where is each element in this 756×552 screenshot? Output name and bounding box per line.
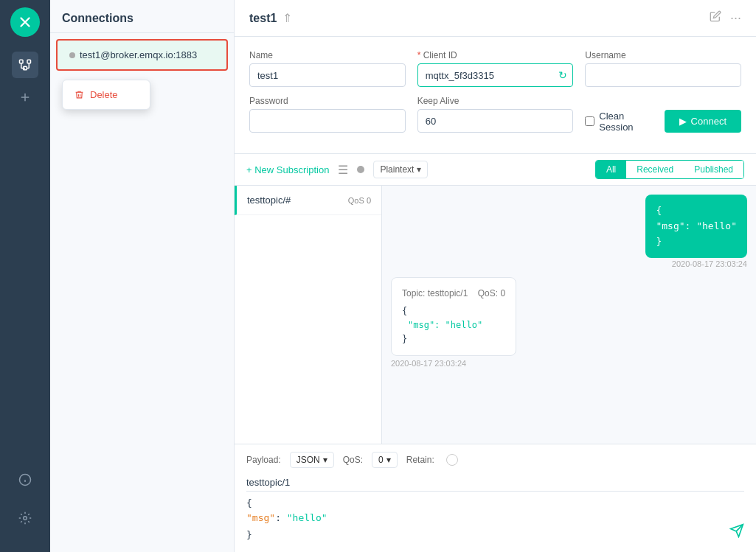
publish-body: { "msg": "hello" }	[246, 496, 744, 545]
keepalive-input[interactable]	[417, 109, 574, 133]
top-bar-icons: ···	[710, 10, 741, 26]
received-message: Topic: testtopic/1 QoS: 0 { "msg": "hell…	[391, 277, 516, 356]
password-label: Password	[249, 96, 406, 106]
sidebar-item-settings[interactable]	[12, 505, 38, 531]
sidebar	[0, 0, 50, 552]
left-panel: Connections test1@broker.emqx.io:1883 De…	[50, 0, 235, 552]
chevron-down-icon: ▾	[417, 164, 421, 175]
chevron-down-icon: ▾	[323, 455, 327, 465]
publish-area: Payload: JSON ▾ QoS: 0 ▾ Retain: { "msg"…	[235, 444, 756, 552]
name-input[interactable]	[249, 63, 406, 87]
received-body: { "msg": "hello" }	[402, 304, 505, 347]
payload-label: Payload:	[246, 455, 281, 465]
connection-status-dot	[69, 52, 75, 58]
top-bar-left: test1 ⇑	[249, 11, 292, 25]
clean-session-checkbox[interactable]	[585, 116, 594, 126]
messages-split: testtopic/# QoS 0 { "msg": "hello" } 20	[235, 186, 756, 444]
tab-all[interactable]: All	[596, 161, 626, 178]
connect-play-icon: ▶	[679, 116, 687, 127]
svg-point-12	[24, 517, 27, 520]
username-label: Username	[585, 50, 741, 60]
client-id-input-wrapper: ↻	[417, 63, 574, 87]
connections-header: Connections	[50, 0, 234, 33]
qos-label: QoS:	[343, 455, 363, 465]
client-id-field-group: Client ID ↻	[417, 50, 574, 87]
more-icon[interactable]: ···	[730, 10, 741, 26]
subscription-item[interactable]: testtopic/# QoS 0	[235, 186, 381, 215]
connections-title: Connections	[62, 12, 133, 24]
clean-session-checkbox-group: Clean Session	[585, 111, 655, 133]
name-label: Name	[249, 50, 406, 60]
new-subscription-button[interactable]: + New Subscription	[246, 164, 329, 175]
sidebar-item-info[interactable]	[12, 467, 38, 493]
retain-toggle[interactable]	[446, 454, 458, 466]
publish-topic-input[interactable]	[246, 474, 744, 492]
context-menu: Delete	[62, 80, 150, 110]
main-area: test1 ⇑ ··· Name Client ID ↻	[235, 0, 756, 552]
connection-status-indicator	[357, 166, 364, 173]
list-icon[interactable]: ☰	[338, 163, 348, 177]
message-filter-tabs: All Received Published	[595, 160, 744, 179]
chevron-down-icon: ▾	[386, 455, 391, 465]
top-bar: test1 ⇑ ···	[235, 0, 756, 37]
delete-menu-item[interactable]: Delete	[63, 83, 150, 106]
edit-icon[interactable]	[710, 10, 721, 26]
messages-panel: { "msg": "hello" } 2020-08-17 23:03:24 T…	[382, 186, 756, 444]
refresh-icon[interactable]: ↻	[558, 69, 567, 81]
collapse-icon[interactable]: ⇑	[282, 11, 292, 25]
published-body: { "msg": "hello" }	[656, 203, 737, 249]
sidebar-item-add[interactable]	[12, 84, 38, 111]
qos-select[interactable]: 0 ▾	[372, 452, 398, 468]
message-toolbar: + New Subscription ☰ Plaintext ▾ All Rec…	[235, 154, 756, 186]
page-title: test1	[249, 12, 277, 25]
received-topic: Topic: testtopic/1 QoS: 0	[402, 287, 505, 301]
format-select[interactable]: Plaintext ▾	[373, 161, 428, 178]
published-message: { "msg": "hello" }	[645, 195, 747, 258]
connection-item-name: test1@broker.emqx.io:1883	[69, 49, 215, 60]
svg-rect-0	[20, 60, 24, 63]
retain-label: Retain:	[406, 455, 434, 465]
password-input[interactable]	[249, 109, 406, 133]
svg-rect-1	[27, 60, 31, 63]
send-button[interactable]	[729, 523, 744, 545]
received-timestamp: 2020-08-17 23:03:24	[391, 359, 466, 368]
keepalive-label: Keep Alive	[417, 96, 574, 106]
tab-received[interactable]: Received	[626, 161, 684, 178]
sidebar-item-connections[interactable]	[12, 52, 38, 78]
clean-session-group: Clean Session ▶ Connect	[585, 96, 741, 133]
connection-form: Name Client ID ↻ Username Password K	[235, 37, 756, 154]
logo-button[interactable]	[10, 7, 40, 37]
name-field-group: Name	[249, 50, 406, 87]
connect-button[interactable]: ▶ Connect	[665, 110, 741, 133]
username-field-group: Username	[585, 50, 741, 87]
subscriptions-panel: testtopic/# QoS 0	[235, 186, 382, 444]
publish-controls: Payload: JSON ▾ QoS: 0 ▾ Retain:	[246, 452, 744, 468]
connection-item[interactable]: test1@broker.emqx.io:1883	[56, 39, 228, 71]
payload-format-select[interactable]: JSON ▾	[290, 452, 334, 468]
username-input[interactable]	[585, 63, 741, 87]
clean-session-label: Clean Session	[599, 111, 655, 133]
published-timestamp: 2020-08-17 23:03:24	[672, 259, 747, 268]
client-id-input[interactable]	[417, 63, 574, 87]
client-id-label: Client ID	[417, 50, 574, 60]
qos-badge: QoS 0	[348, 196, 371, 205]
message-area: + New Subscription ☰ Plaintext ▾ All Rec…	[235, 154, 756, 552]
keepalive-field-group: Keep Alive	[417, 96, 574, 133]
password-field-group: Password	[249, 96, 406, 133]
tab-published[interactable]: Published	[684, 161, 743, 178]
